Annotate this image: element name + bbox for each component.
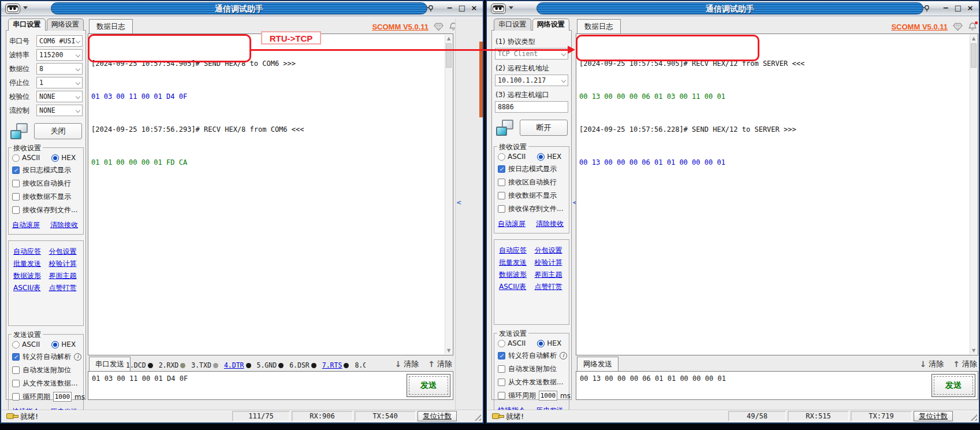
log-scrollbar[interactable] [445,35,452,354]
maximize-button[interactable]: □ [457,3,467,13]
close-port-button[interactable]: 关闭 [34,123,82,139]
send-button[interactable]: 发送 [407,374,450,397]
bell-icon[interactable] [968,22,977,31]
version-link[interactable]: SCOMM V5.0.11 [891,23,948,31]
send-from-file-checkbox[interactable]: 从文件发送数据... [12,379,80,388]
baud-select[interactable]: 115200 [36,49,83,61]
autoscroll-link[interactable]: 自动滚屏 [498,219,526,229]
scrollbar-thumb[interactable] [446,43,452,68]
reset-counter-button[interactable]: 复位计数 [418,411,457,421]
scroll-down-icon[interactable] [445,347,452,354]
reset-counter-button[interactable]: 复位计数 [914,411,953,421]
save-file-checkbox[interactable]: 接收保存到文件... [12,205,80,215]
escape-parse-checkbox[interactable]: 转义符自动解析i [498,351,565,361]
tab-network-settings[interactable]: 网络设置 [47,18,84,31]
diamond-icon[interactable] [434,23,444,31]
send-input-text[interactable]: 00 13 00 00 00 06 01 01 00 00 00 01 [580,375,726,383]
checksum-calc-link[interactable]: 校验计算 [535,258,562,268]
app-menu-icon[interactable] [5,3,20,14]
auto-reply-link[interactable]: 自动应答 [13,247,41,257]
recv-ascii-radio[interactable]: ASCII [12,154,40,162]
data-log-area[interactable]: [2024-09-25 10:57:54.905]# RECV HEX/12 f… [576,34,978,355]
remote-host-select[interactable]: 10.100.1.217 [495,75,568,86]
cycle-checkbox[interactable]: 循环周期 ms [498,391,565,401]
info-icon[interactable]: i [560,352,567,359]
packet-settings-link[interactable]: 分包设置 [49,247,77,257]
close-button[interactable]: × [965,3,975,13]
chevron-down-icon[interactable] [23,6,28,9]
ascii-table-link[interactable]: ASCII/表 [13,283,40,293]
pin-rts-link[interactable]: 7.RTS [322,361,342,369]
port-select[interactable]: COM6 #USI [36,35,83,47]
ascii-table-link[interactable]: ASCII/表 [499,282,526,292]
tab-data-log[interactable]: 数据日志 [89,19,133,34]
send-hex-radio[interactable]: HEX [51,340,76,349]
minimize-button[interactable]: − [941,3,951,13]
sidebar-splitter[interactable]: < [572,18,575,396]
maximize-button[interactable]: □ [953,3,963,13]
send-input-area[interactable]: 00 13 00 00 00 06 01 01 00 00 00 01 发送 [576,371,978,400]
tab-serial-settings[interactable]: 串口设置 [8,18,46,31]
pin-dtr-link[interactable]: 4.DTR [224,361,244,369]
cycle-period-input[interactable] [539,391,557,401]
close-button[interactable]: × [469,3,479,13]
send-input-area[interactable]: 01 03 00 11 00 01 D4 0F 发送 [88,371,453,400]
waveform-link[interactable]: 数据波形 [499,270,527,280]
expand-panel-arrow[interactable]: < [456,199,461,206]
batch-send-link[interactable]: 批量发送 [499,258,527,268]
send-hex-radio[interactable]: HEX [537,339,561,347]
log-mode-checkbox[interactable]: 按日志模式显示 [498,164,565,174]
hide-recv-checkbox[interactable]: 接收数据不显示 [498,191,565,201]
resize-grip[interactable] [968,412,977,421]
resize-grip[interactable] [472,412,481,421]
tab-network-send[interactable]: 网络发送 [577,357,618,371]
donate-link[interactable]: 点赞打赏 [49,283,77,293]
escape-parse-checkbox[interactable]: 转义符自动解析i [12,352,80,362]
clear-receive-link[interactable]: 清除接收 [536,219,564,229]
clear-receive-button[interactable]: ↓清除 [920,359,944,369]
scrollbar-thumb[interactable] [971,43,977,68]
clear-send-button[interactable]: ↑清除 [953,359,977,369]
waveform-link[interactable]: 数据波形 [13,271,41,281]
donate-link[interactable]: 点赞打赏 [535,282,562,292]
recv-hex-radio[interactable]: HEX [51,154,76,162]
tab-serial-send[interactable]: 串口发送 [89,357,131,371]
log-scrollbar[interactable] [970,35,977,354]
clear-receive-link[interactable]: 清除接收 [50,220,78,230]
parity-select[interactable]: NONE [36,91,83,102]
version-link[interactable]: SCOMM V5.0.11 [372,23,428,31]
send-from-file-checkbox[interactable]: 从文件发送数据... [498,377,565,387]
scroll-down-icon[interactable] [970,347,977,354]
protocol-select[interactable]: TCP Client [495,48,568,60]
clear-receive-button[interactable]: ↓清除 [395,359,419,369]
checksum-calc-link[interactable]: 校验计算 [49,259,77,269]
theme-link[interactable]: 界面主题 [49,271,77,281]
clear-send-button[interactable]: ↑清除 [428,359,452,369]
data-log-area[interactable]: [2024-09-25 10:57:54.905]# SEND HEX/8 to… [88,34,453,355]
tab-serial-settings[interactable]: 串口设置 [494,18,531,31]
hide-recv-checkbox[interactable]: 接收数据不显示 [12,192,80,202]
chevron-down-icon[interactable] [509,6,513,9]
theme-link[interactable]: 界面主题 [535,270,562,280]
scroll-up-icon[interactable] [445,35,452,42]
packet-settings-link[interactable]: 分包设置 [535,246,562,255]
disconnect-button[interactable]: 断开 [520,120,568,136]
send-input-text[interactable]: 01 03 00 11 00 01 D4 0F [92,375,188,383]
pin-icon[interactable] [922,4,930,13]
auto-reply-link[interactable]: 自动应答 [499,246,527,255]
tab-network-settings[interactable]: 网络设置 [532,18,570,31]
send-button[interactable]: 发送 [931,374,975,397]
save-file-checkbox[interactable]: 接收保存到文件... [498,204,565,214]
stopbits-select[interactable]: 1 [36,77,83,88]
minimize-button[interactable]: − [445,3,455,13]
log-mode-checkbox[interactable]: 按日志模式显示 [12,165,80,175]
databits-select[interactable]: 8 [36,63,83,75]
send-ascii-radio[interactable]: ASCII [12,340,40,349]
auto-append-checkbox[interactable]: 自动发送附加位 [498,364,565,374]
tab-data-log[interactable]: 数据日志 [577,19,621,34]
pin-icon[interactable] [426,4,434,13]
recv-ascii-radio[interactable]: ASCII [498,153,526,161]
cycle-period-input[interactable] [53,392,72,402]
remote-port-input[interactable]: 8886 [495,101,568,113]
info-icon[interactable]: i [74,353,81,361]
